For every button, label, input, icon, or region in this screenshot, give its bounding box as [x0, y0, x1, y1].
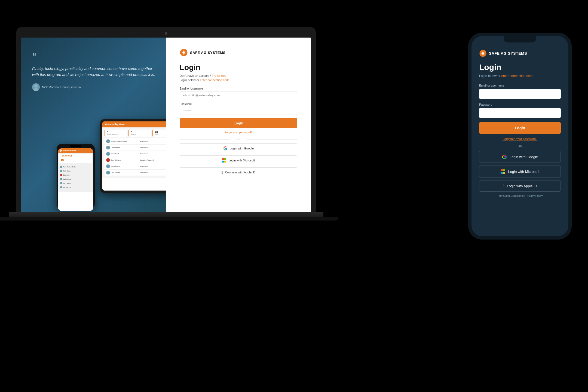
- laptop-body: “ Finally, technology, practicality and …: [16, 27, 316, 212]
- tablet-stat-0: 0 Active Workers: [105, 130, 127, 137]
- table-row: John Smith Employee At Work: [105, 151, 166, 157]
- login-title-laptop: Login: [180, 63, 297, 72]
- microsoft-icon: [222, 158, 226, 163]
- phone-notch-small: [70, 145, 81, 147]
- phone-login-sub: Login below or enter connection code.: [479, 74, 561, 78]
- email-input[interactable]: [180, 91, 297, 99]
- laptop-device: “ Finally, technology, practicality and …: [16, 27, 316, 220]
- phone-apple-btn[interactable]:  Login with Apple ID: [479, 180, 561, 192]
- phone-login-title: Login: [479, 63, 561, 72]
- privacy-link[interactable]: Privacy Policy: [526, 194, 543, 197]
- laptop-base: [0, 217, 338, 220]
- google-btn-label: Login with Google: [230, 147, 254, 150]
- phone-google-icon: [502, 154, 507, 159]
- laptop-camera: [165, 32, 167, 35]
- phone-brand-name: SAFE AG SYSTEMS: [489, 51, 527, 56]
- laptop-hinge: [9, 212, 323, 217]
- or-divider-laptop: OR: [180, 138, 297, 141]
- quote-icon: “: [32, 51, 155, 61]
- brand-name-laptop: SAFE AG SYSTEMS: [190, 51, 226, 55]
- tablet-stats: 0 Active Workers 0 Visitors 28 Total: [105, 130, 166, 137]
- apple-btn-label: Continue with Apple ID: [225, 171, 255, 174]
- table-row: Carl Williams Location Required Alert: [105, 157, 166, 163]
- laptop-left-panel: “ Finally, technology, practicality and …: [21, 38, 166, 212]
- phone-password-label: Password: [479, 103, 561, 106]
- laptop-login-panel: SAFE AG SYSTEMS Login Don't have an acco…: [166, 38, 311, 212]
- phone-app-title: Watervalley Farm: [63, 150, 76, 151]
- terms-link[interactable]: Terms and Conditions: [497, 194, 523, 197]
- phone-brand: SAFE AG SYSTEMS: [479, 50, 561, 57]
- forgot-password-link-laptop[interactable]: Forgot your password?: [180, 131, 297, 134]
- phone-login-content: SAFE AG SYSTEMS Login Login below or ent…: [471, 36, 568, 236]
- tablet-worker-list: Ricky Pattison-Barber Employee At Work C…: [105, 138, 166, 176]
- table-row: Ricky Pattison-Barber Employee At Work: [105, 138, 166, 145]
- quote-text: Finally, technology, practicality and co…: [32, 66, 155, 78]
- no-account-text: Don't have an account? Try for free: [180, 74, 297, 77]
- author-name: Nick Morona, Deniliquin NSW: [42, 85, 81, 89]
- svg-point-1: [33, 88, 39, 91]
- svg-point-3: [183, 51, 185, 54]
- phone-apple-icon: : [503, 184, 504, 188]
- phone-app-list: Ricky Pattison-Barber Chris Walker John …: [59, 164, 92, 191]
- phone-password-input[interactable]: [479, 108, 561, 118]
- phone-email-label: Email or username: [479, 84, 561, 87]
- laptop-screen: “ Finally, technology, practicality and …: [21, 38, 311, 212]
- google-login-btn-laptop[interactable]: Login with Google: [180, 143, 297, 153]
- password-label: Password: [180, 103, 297, 106]
- phone-login-button[interactable]: Login: [479, 122, 561, 134]
- apple-login-btn-laptop[interactable]:  Continue with Apple ID: [180, 167, 297, 177]
- table-row: Chris Walker Employee Off Site: [105, 145, 166, 151]
- phone-device: SAFE AG SYSTEMS Login Login below or ent…: [468, 33, 572, 240]
- phone-brand-icon: [479, 50, 487, 57]
- password-input[interactable]: [180, 107, 297, 115]
- svg-point-0: [34, 84, 38, 88]
- table-row: Jim Dunning Employee Off Site: [105, 170, 166, 176]
- tablet-app-title: Watervalley Farm: [105, 123, 125, 126]
- tablet-in-laptop: Watervalley Farm Dashboard Workers Repor…: [100, 119, 166, 193]
- apple-icon: : [222, 170, 223, 174]
- phone-microsoft-btn-label: Login with Microsoft: [508, 170, 540, 174]
- table-row: Mary Walker Employee Safe: [105, 163, 166, 170]
- phone-google-btn[interactable]: Login with Google: [479, 151, 561, 163]
- phone-connection-code-link[interactable]: enter connection code.: [501, 74, 534, 78]
- phone-footer: Terms and Conditions | Privacy Policy: [479, 194, 561, 197]
- phone-in-laptop: Watervalley Farm I am At Work ● Ricky Pa…: [57, 144, 95, 209]
- phone-forgot-link[interactable]: Forgotten your password?: [479, 137, 561, 140]
- brand-icon: [180, 48, 188, 57]
- phone-screen-small: Watervalley Farm I am At Work ● Ricky Pa…: [58, 148, 93, 211]
- phone-apple-btn-label: Login with Apple ID: [507, 184, 537, 188]
- microsoft-btn-label: Login with Microsoft: [228, 159, 255, 162]
- phone-email-input[interactable]: [479, 89, 561, 99]
- try-free-link[interactable]: Try for free: [212, 74, 226, 77]
- phone-microsoft-icon: [501, 169, 506, 174]
- phone-or-divider: OR: [479, 144, 561, 148]
- tablet-stat-1: 0 Visitors: [128, 130, 151, 137]
- microsoft-login-btn-laptop[interactable]: Login with Microsoft: [180, 155, 297, 165]
- svg-point-5: [482, 53, 484, 54]
- phone-screen: SAFE AG SYSTEMS Login Login below or ent…: [471, 36, 568, 236]
- login-below-text: Login below or enter connection code: [180, 78, 297, 82]
- google-icon: [223, 146, 228, 151]
- quote-author: Nick Morona, Deniliquin NSW: [32, 83, 155, 91]
- tablet-stat-2: 28 Total: [152, 130, 166, 137]
- connection-code-link[interactable]: enter connection code: [200, 78, 229, 82]
- phone-microsoft-btn[interactable]: Login with Microsoft: [479, 166, 561, 177]
- brand-logo: SAFE AG SYSTEMS: [180, 48, 297, 57]
- phone-notch: [504, 36, 536, 42]
- email-label: Email or Username: [180, 87, 297, 90]
- login-button-laptop[interactable]: Login: [180, 118, 297, 128]
- phone-google-btn-label: Login with Google: [510, 155, 538, 159]
- author-avatar: [32, 83, 40, 91]
